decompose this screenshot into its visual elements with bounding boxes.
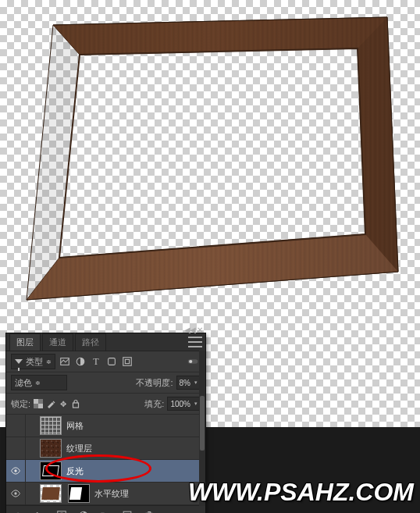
fx-icon[interactable]: fx▾ (33, 509, 47, 513)
svg-rect-19 (34, 399, 38, 404)
lock-paint-icon[interactable] (46, 399, 55, 408)
svg-rect-20 (38, 404, 43, 408)
lock-position-icon[interactable]: ✥ (59, 399, 68, 408)
opacity-label: 不透明度: (136, 377, 173, 389)
tab-paths[interactable]: 路径 (75, 333, 106, 351)
layer-name[interactable]: 反光 (66, 465, 84, 477)
layer-row-reflection[interactable]: 反光 (6, 460, 205, 483)
scrollbar-thumb[interactable] (200, 396, 205, 451)
svg-rect-15 (125, 359, 129, 363)
fill-label: 填充: (144, 398, 164, 410)
blend-mode-value: 滤色 (15, 377, 32, 389)
layer-row-texture[interactable]: 纹理层 (6, 437, 205, 460)
svg-rect-14 (123, 358, 132, 366)
filter-shape-icon[interactable] (105, 355, 118, 368)
lock-label: 锁定: (11, 398, 30, 410)
layer-name[interactable]: 水平纹理 (94, 488, 129, 500)
fill-input[interactable]: 100% ▾ (167, 397, 201, 411)
tab-layers[interactable]: 图层 (9, 333, 41, 351)
layers-panel-footer: fx▾ (6, 505, 205, 513)
svg-point-17 (189, 360, 192, 363)
svg-rect-13 (109, 358, 116, 365)
layer-thumbnail[interactable] (40, 484, 62, 503)
svg-point-22 (14, 469, 16, 472)
visibility-toggle[interactable] (6, 483, 26, 504)
layer-row-mesh[interactable]: 网格 (6, 415, 205, 437)
lock-all-icon[interactable] (71, 399, 80, 408)
lock-transparency-icon[interactable] (34, 399, 43, 408)
svg-point-23 (14, 492, 16, 494)
new-adjustment-icon[interactable] (77, 509, 91, 513)
funnel-icon (15, 359, 23, 364)
layer-row-horizontal-texture[interactable]: 水平纹理 (6, 483, 205, 505)
blend-opacity-row: 滤色 ≑ 不透明度: 8% ▾ (6, 372, 205, 394)
layer-thumbnail[interactable] (40, 461, 62, 480)
watermark-text: WWW.PSAHZ.COM (188, 478, 414, 507)
filter-type-icon[interactable]: T (90, 355, 102, 368)
filter-toggle-switch[interactable] (185, 355, 201, 368)
filter-pixel-icon[interactable] (59, 355, 71, 368)
layers-panel: ◀◀ ✕ 图层 通道 路径 类型 ≑ T (6, 333, 205, 513)
layer-name[interactable]: 网格 (66, 420, 84, 432)
visibility-toggle[interactable] (6, 460, 26, 482)
layer-name[interactable]: 纹理层 (66, 443, 92, 454)
opacity-value: 8% (180, 379, 190, 387)
delete-layer-icon[interactable] (142, 509, 156, 513)
blend-mode-dropdown[interactable]: 滤色 ≑ (11, 375, 67, 390)
tab-channels[interactable]: 通道 (42, 333, 73, 351)
svg-rect-21 (73, 403, 79, 408)
layer-thumbnail[interactable] (40, 439, 62, 458)
panel-collapse-icon[interactable]: ◀◀ ✕ (184, 326, 202, 334)
opacity-input[interactable]: 8% ▾ (176, 376, 201, 390)
visibility-toggle[interactable] (6, 437, 26, 459)
new-layer-icon[interactable] (120, 509, 134, 513)
fill-value: 100% (170, 400, 190, 408)
add-mask-icon[interactable] (55, 509, 69, 513)
layer-filter-row: 类型 ≑ T (6, 351, 205, 372)
filter-kind-label: 类型 (26, 356, 43, 368)
visibility-toggle[interactable] (6, 415, 26, 436)
lock-fill-row: 锁定: ✥ 填充: 100% ▾ (6, 394, 205, 415)
panel-tabs: 图层 通道 路径 (6, 333, 205, 351)
new-group-icon[interactable] (98, 509, 112, 513)
layer-thumbnail[interactable] (40, 416, 62, 435)
filter-adjustment-icon[interactable] (74, 355, 87, 368)
layer-mask-thumbnail[interactable] (68, 484, 90, 503)
hamburger-menu-icon[interactable] (188, 335, 202, 349)
filter-smart-icon[interactable] (121, 355, 133, 368)
filter-kind-dropdown[interactable]: 类型 ≑ (11, 354, 55, 369)
link-layers-icon[interactable] (11, 509, 25, 513)
